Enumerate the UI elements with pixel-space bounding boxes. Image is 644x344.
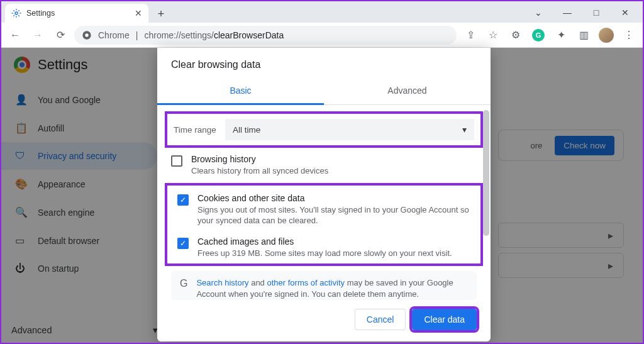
window-dropdown-icon[interactable]: ⌄	[526, 5, 551, 20]
checkbox-unchecked[interactable]	[171, 155, 182, 167]
scrollbar-track[interactable]	[483, 110, 489, 292]
highlighted-options: ✓ Cookies and other site data Signs you …	[165, 183, 483, 267]
grammarly-extension-icon[interactable]: G	[530, 26, 547, 44]
omnibox-divider: |	[136, 30, 138, 40]
google-g-icon: G	[180, 278, 187, 291]
checkbox-checked[interactable]: ✓	[177, 194, 189, 206]
svg-point-0	[15, 12, 18, 14]
dialog-body: Time range All time ▾ Browsing history C…	[157, 105, 491, 300]
other-activity-link[interactable]: other forms of activity	[267, 278, 345, 287]
address-bar[interactable]: Chrome | chrome://settings/clearBrowserD…	[74, 26, 457, 45]
share-icon[interactable]: ⇪	[462, 26, 479, 44]
window-controls: ⌄ — □ ✕	[526, 5, 638, 23]
time-range-select[interactable]: All time ▾	[225, 119, 474, 140]
checkbox-checked[interactable]: ✓	[177, 238, 189, 249]
chrome-menu-button[interactable]: ⋮	[620, 26, 638, 44]
cancel-button[interactable]: Cancel	[355, 309, 406, 330]
info-text: Search history and other forms of activi…	[196, 277, 468, 300]
new-tab-button[interactable]: +	[152, 5, 170, 23]
dialog-actions: Cancel Clear data	[157, 300, 491, 333]
clear-browsing-data-dialog: Clear browsing data Basic Advanced Time …	[157, 48, 491, 341]
option-title: Cached images and files	[197, 236, 452, 247]
chrome-icon	[82, 30, 92, 40]
window-minimize-button[interactable]: —	[555, 5, 580, 20]
dialog-tabs: Basic Advanced	[157, 79, 491, 105]
window-close-button[interactable]: ✕	[613, 5, 638, 20]
tab-basic[interactable]: Basic	[157, 79, 324, 105]
option-cookies[interactable]: ✓ Cookies and other site data Signs you …	[171, 187, 477, 230]
page-content: Settings 👤You and Google 📋Autofill 🛡Priv…	[1, 48, 643, 343]
close-tab-icon[interactable]: ✕	[135, 8, 142, 18]
dialog-title: Clear browsing data	[157, 59, 491, 79]
browser-toolbar: ← → ⟳ Chrome | chrome://settings/clearBr…	[1, 23, 643, 48]
omnibox-url-prefix: chrome://settings/	[144, 30, 214, 40]
option-desc: Frees up 319 MB. Some sites may load mor…	[197, 248, 452, 259]
extension-icon[interactable]: ⚙	[507, 26, 525, 44]
option-desc: Signs you out of most sites. You'll stay…	[197, 204, 470, 226]
extensions-puzzle-icon[interactable]: ✦	[552, 26, 570, 44]
option-browsing-history[interactable]: Browsing history Clears history from all…	[165, 148, 483, 180]
bookmark-star-icon[interactable]: ☆	[484, 26, 502, 44]
settings-gear-icon	[11, 8, 21, 18]
browser-tab[interactable]: Settings ✕	[5, 4, 148, 23]
option-desc: Clears history from all synced devices	[191, 165, 328, 177]
back-button[interactable]: ←	[6, 26, 24, 44]
sidepanel-icon[interactable]: ▥	[575, 26, 592, 44]
tab-advanced[interactable]: Advanced	[324, 79, 491, 104]
clear-data-button[interactable]: Clear data	[412, 309, 477, 330]
option-title: Cookies and other site data	[197, 193, 470, 203]
option-title: Browsing history	[191, 154, 328, 164]
profile-avatar[interactable]	[597, 26, 615, 44]
time-range-label: Time range	[174, 125, 225, 135]
window-maximize-button[interactable]: □	[584, 5, 609, 20]
reload-button[interactable]: ⟳	[52, 26, 69, 44]
time-range-row: Time range All time ▾	[165, 111, 483, 148]
omnibox-url-path: clearBrowserData	[214, 30, 284, 40]
search-history-link[interactable]: Search history	[196, 278, 248, 287]
time-range-value: All time	[233, 125, 260, 135]
svg-point-2	[85, 33, 88, 36]
scrollbar-thumb[interactable]	[483, 110, 489, 236]
omnibox-chrome-label: Chrome	[98, 30, 130, 40]
option-cached[interactable]: ✓ Cached images and files Frees up 319 M…	[171, 230, 477, 263]
forward-button[interactable]: →	[29, 26, 47, 44]
window-titlebar: Settings ✕ + ⌄ — □ ✕	[1, 1, 643, 23]
google-account-info: G Search history and other forms of acti…	[171, 271, 477, 300]
tab-title: Settings	[26, 9, 130, 18]
dropdown-caret-icon: ▾	[462, 125, 467, 135]
